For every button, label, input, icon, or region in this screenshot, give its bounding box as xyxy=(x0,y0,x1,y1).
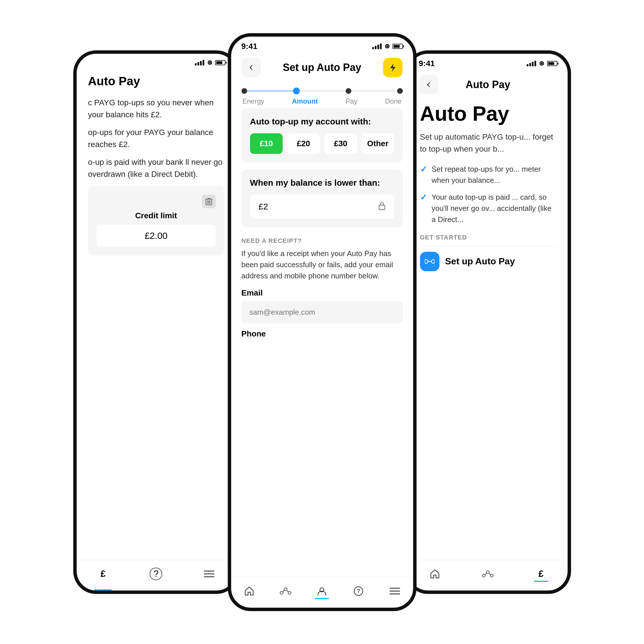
right-main-title: Auto Pay xyxy=(420,102,556,125)
left-content: Auto Pay c PAYG top-ups so you never whe… xyxy=(77,69,236,560)
battery-icon xyxy=(215,60,225,65)
right-description: Set up automatic PAYG top-u... forget to… xyxy=(420,131,556,155)
right-status-bar: 9:41 ⊛ xyxy=(409,54,568,70)
svg-text:?: ? xyxy=(357,588,360,594)
center-wifi-icon: ⊛ xyxy=(385,43,390,50)
lock-icon xyxy=(378,201,386,212)
right-back-button[interactable] xyxy=(419,75,438,94)
check-item-2: ✓ Your auto top-up is paid ... card, so … xyxy=(420,192,556,225)
credit-limit-label: Credit limit xyxy=(97,211,216,220)
topup-section-card: Auto top-up my account with: £10 £20 £30… xyxy=(241,108,403,163)
credit-limit-value: £2.00 xyxy=(97,225,216,247)
right-phone: 9:41 ⊛ Auto Pay xyxy=(405,50,571,594)
left-header: Auto Pay xyxy=(88,69,224,97)
center-page-title: Set up Auto Pay xyxy=(283,62,361,74)
check-text-1: Set repeat top-ups for yo... meter when … xyxy=(432,164,556,186)
svg-rect-8 xyxy=(379,205,385,210)
check-text-2: Your auto top-up is paid ... card, so yo… xyxy=(432,192,556,225)
left-nav-help[interactable]: ? xyxy=(148,566,164,582)
svg-point-22 xyxy=(490,574,493,577)
step-dot-energy xyxy=(241,88,247,94)
step-dot-amount xyxy=(293,88,300,94)
balance-display: £2 xyxy=(250,195,394,219)
center-back-button[interactable] xyxy=(241,58,261,77)
left-status-bar: ⊛ xyxy=(77,54,236,69)
center-nav-menu[interactable] xyxy=(387,583,403,599)
signal-icon xyxy=(195,60,204,66)
right-battery-icon xyxy=(547,61,557,66)
left-body-text-3: o-up is paid with your bank ll never go … xyxy=(88,156,224,180)
step-label-amount: Amount xyxy=(292,97,318,105)
center-scrollable-content: Auto top-up my account with: £10 £20 £30… xyxy=(231,108,413,577)
center-nav-home[interactable] xyxy=(241,583,257,599)
setup-autopay-button[interactable]: Set up Auto Pay xyxy=(420,252,556,271)
email-input[interactable] xyxy=(241,301,403,324)
step-line-2 xyxy=(300,91,346,91)
step-label-pay: Pay xyxy=(346,97,357,105)
right-main-content: Auto Pay Set up automatic PAYG top-u... … xyxy=(409,99,568,560)
get-started-label: GET STARTED xyxy=(420,234,556,241)
center-signal-icon xyxy=(372,43,382,49)
credit-limit-box: Credit limit £2.00 xyxy=(88,186,224,255)
step-label-energy: Energy xyxy=(243,97,264,105)
right-nav-network[interactable] xyxy=(480,566,496,582)
svg-point-10 xyxy=(284,588,287,591)
right-nav-bar: £ xyxy=(409,560,568,591)
left-nav-menu[interactable] xyxy=(201,566,217,582)
phone-field-label: Phone xyxy=(241,329,403,338)
left-title: Auto Pay xyxy=(88,74,224,88)
scene: ⊛ Auto Pay c PAYG top-ups so you never w… xyxy=(0,0,644,644)
step-line-1 xyxy=(247,91,293,91)
balance-value: £2 xyxy=(259,202,268,211)
svg-point-11 xyxy=(288,591,291,594)
left-phone: ⊛ Auto Pay c PAYG top-ups so you never w… xyxy=(73,50,239,594)
step-label-done: Done xyxy=(385,97,401,105)
right-checklist: ✓ Set repeat top-ups for yo... meter whe… xyxy=(420,164,556,225)
center-nav-account[interactable] xyxy=(314,583,330,599)
right-nav-billing[interactable]: £ xyxy=(533,566,549,582)
wifi-icon: ⊛ xyxy=(207,59,212,66)
right-time: 9:41 xyxy=(419,59,435,68)
amount-btn-20[interactable]: £20 xyxy=(287,133,320,154)
receipt-section: NEED A RECEIPT? If you'd like a receipt … xyxy=(241,234,403,345)
svg-line-13 xyxy=(287,590,288,592)
right-page-title: Auto Pay xyxy=(465,79,510,91)
topup-section-title: Auto top-up my account with: xyxy=(250,117,394,126)
receipt-label: NEED A RECEIPT? xyxy=(241,237,403,245)
left-nav-billing[interactable]: £ xyxy=(95,566,111,582)
email-field-label: Email xyxy=(241,288,403,298)
left-nav-bar: £ ? xyxy=(77,560,236,591)
amount-btn-other[interactable]: Other xyxy=(362,133,394,154)
svg-point-9 xyxy=(280,591,283,594)
check-mark-1: ✓ xyxy=(420,164,427,174)
right-wifi-icon: ⊛ xyxy=(539,60,544,67)
right-app-header: Auto Pay xyxy=(409,70,568,99)
infinity-icon xyxy=(420,252,439,271)
center-action-button[interactable] xyxy=(383,58,403,77)
left-body-text-2: op-ups for your PAYG your balance reache… xyxy=(88,126,224,150)
center-app-header: Set up Auto Pay xyxy=(231,53,413,82)
trash-icon[interactable] xyxy=(202,195,216,208)
left-status-icons: ⊛ xyxy=(195,59,225,66)
svg-line-24 xyxy=(489,573,490,575)
center-nav-help[interactable]: ? xyxy=(350,583,366,599)
balance-section-card: When my balance is lower than: £2 xyxy=(241,169,403,227)
divider xyxy=(420,246,556,246)
right-status-icons: ⊛ xyxy=(527,60,557,67)
center-battery-icon xyxy=(393,44,403,49)
center-status-bar: 9:41 ⊛ xyxy=(231,37,413,53)
left-body-text-1: c PAYG top-ups so you never when your ba… xyxy=(88,97,224,121)
amount-btn-30[interactable]: £30 xyxy=(324,133,357,154)
right-nav-home[interactable] xyxy=(427,566,443,582)
svg-point-21 xyxy=(486,571,489,574)
check-item-1: ✓ Set repeat top-ups for yo... meter whe… xyxy=(420,164,556,186)
right-signal-icon xyxy=(527,61,536,66)
amount-btn-10[interactable]: £10 xyxy=(250,133,283,154)
receipt-description: If you'd like a receipt when your Auto P… xyxy=(241,248,403,282)
center-nav-network[interactable] xyxy=(278,583,294,599)
svg-line-12 xyxy=(283,590,284,592)
svg-point-20 xyxy=(482,574,485,577)
step-dot-done xyxy=(397,88,403,94)
progress-steps: Energy Amount Pay Done xyxy=(231,82,413,108)
step-dot-pay xyxy=(346,88,351,94)
